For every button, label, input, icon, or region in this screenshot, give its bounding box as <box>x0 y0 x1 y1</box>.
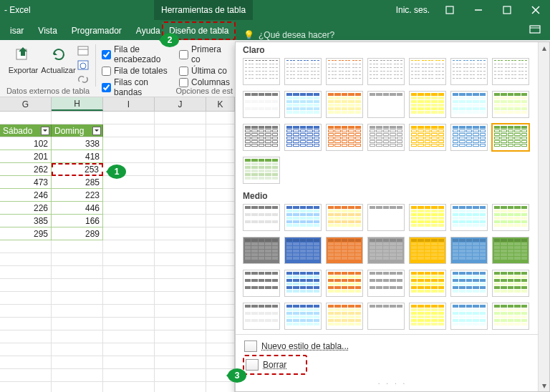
table-style-swatch[interactable] <box>243 157 280 184</box>
cell[interactable] <box>155 112 206 124</box>
cell[interactable] <box>206 202 235 215</box>
chk-last-col[interactable]: Última co <box>179 66 230 76</box>
cell[interactable] <box>206 150 235 163</box>
cell[interactable] <box>103 292 155 305</box>
table-style-swatch[interactable] <box>492 270 529 297</box>
cell[interactable] <box>206 318 235 330</box>
cell[interactable] <box>206 343 235 356</box>
table-cell[interactable]: 385 <box>0 215 52 227</box>
table-style-swatch[interactable] <box>284 204 322 231</box>
close-button[interactable] <box>521 0 550 20</box>
cell[interactable] <box>0 369 52 382</box>
cell[interactable] <box>103 305 155 318</box>
col-header-K[interactable]: K <box>206 97 235 111</box>
table-style-swatch[interactable] <box>492 204 529 231</box>
cell[interactable] <box>0 279 52 292</box>
table-style-swatch[interactable] <box>243 124 280 151</box>
col-header-J[interactable]: J <box>155 97 206 111</box>
chk-first-col[interactable]: Primera co <box>179 44 230 64</box>
cell[interactable] <box>0 330 52 343</box>
table-cell-selected[interactable]: 253 <box>52 163 103 176</box>
scroll-down-icon[interactable]: ▾ <box>539 380 549 391</box>
chk-banded-cols[interactable]: Columnas <box>179 77 230 87</box>
chk-total-row[interactable]: Fila de totales <box>102 66 169 76</box>
cell[interactable] <box>155 124 206 137</box>
share-icon[interactable] <box>529 23 541 38</box>
sign-in-link[interactable]: Inic. ses. <box>396 5 430 15</box>
col-header-H[interactable]: H <box>52 97 103 111</box>
table-style-swatch[interactable] <box>450 270 488 297</box>
table-style-swatch[interactable] <box>243 58 280 85</box>
cell[interactable] <box>103 382 155 392</box>
cell[interactable] <box>103 150 155 163</box>
cell[interactable] <box>206 240 235 253</box>
cell[interactable] <box>52 356 103 369</box>
resize-grip[interactable]: . . . . <box>243 375 542 386</box>
table-cell[interactable]: 418 <box>52 150 103 163</box>
cell[interactable] <box>52 369 103 382</box>
table-cell[interactable]: 201 <box>0 150 52 163</box>
table-cell[interactable]: 226 <box>0 202 52 215</box>
cell[interactable] <box>206 215 235 227</box>
cell[interactable] <box>206 112 235 124</box>
cell[interactable] <box>103 356 155 369</box>
table-style-swatch[interactable] <box>284 303 322 330</box>
cell[interactable] <box>206 356 235 369</box>
cell[interactable] <box>52 305 103 318</box>
table-style-swatch[interactable] <box>409 303 446 330</box>
table-style-swatch[interactable] <box>367 270 405 297</box>
table-style-swatch[interactable] <box>492 124 529 151</box>
table-style-swatch[interactable] <box>326 237 363 264</box>
table-cell[interactable]: 102 <box>0 137 52 150</box>
col-header-G[interactable]: G <box>0 97 52 111</box>
cell[interactable] <box>155 176 206 189</box>
cell[interactable] <box>52 343 103 356</box>
table-style-swatch[interactable] <box>367 237 405 264</box>
scroll-up-icon[interactable]: ▴ <box>539 42 549 54</box>
table-style-swatch[interactable] <box>243 237 280 264</box>
cell[interactable] <box>103 266 155 279</box>
table-style-swatch[interactable] <box>492 303 529 330</box>
table-cell[interactable]: 166 <box>52 215 103 227</box>
cell[interactable] <box>206 279 235 292</box>
cell[interactable] <box>103 176 155 189</box>
table-style-swatch[interactable] <box>326 204 363 231</box>
table-style-swatch[interactable] <box>450 204 488 231</box>
table-style-swatch[interactable] <box>326 91 363 118</box>
cell[interactable] <box>155 137 206 150</box>
cell[interactable] <box>52 240 103 253</box>
cell[interactable] <box>103 112 155 124</box>
properties-icon[interactable] <box>77 46 90 57</box>
table-style-swatch[interactable] <box>450 58 488 85</box>
col-header-I[interactable]: I <box>103 97 155 111</box>
cell[interactable] <box>0 356 52 369</box>
table-style-swatch[interactable] <box>326 303 363 330</box>
cell[interactable] <box>206 176 235 189</box>
cell[interactable] <box>0 382 52 392</box>
table-style-swatch[interactable] <box>492 58 529 85</box>
cell[interactable] <box>206 137 235 150</box>
table-style-swatch[interactable] <box>450 303 488 330</box>
cell[interactable] <box>206 266 235 279</box>
table-style-swatch[interactable] <box>284 270 322 297</box>
table-style-swatch[interactable] <box>243 204 280 231</box>
cell[interactable] <box>103 343 155 356</box>
chk-header-row[interactable]: Fila de encabezado <box>102 44 169 64</box>
cell[interactable] <box>155 150 206 163</box>
cell[interactable] <box>155 292 206 305</box>
table-style-swatch[interactable] <box>409 270 446 297</box>
cell[interactable] <box>52 266 103 279</box>
tab-developer[interactable]: Programador <box>64 21 129 40</box>
table-style-swatch[interactable] <box>243 270 280 297</box>
cell[interactable] <box>206 305 235 318</box>
open-browser-icon[interactable] <box>77 60 90 72</box>
cell[interactable] <box>206 227 235 240</box>
tab-view[interactable]: Vista <box>31 21 64 40</box>
cell[interactable] <box>103 215 155 227</box>
cell[interactable] <box>52 112 103 124</box>
table-style-swatch[interactable] <box>367 124 405 151</box>
table-cell[interactable]: 285 <box>52 176 103 189</box>
table-style-swatch[interactable] <box>326 124 363 151</box>
cell[interactable] <box>103 227 155 240</box>
cell[interactable] <box>155 163 206 176</box>
